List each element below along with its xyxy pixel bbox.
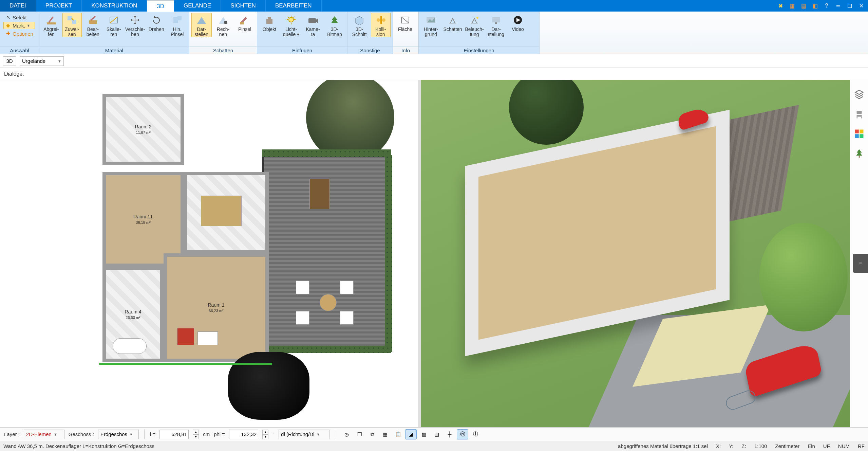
help-icon[interactable]: ? (822, 2, 831, 10)
tool4-icon[interactable]: ◧ (810, 2, 820, 10)
chair-icon[interactable] (852, 107, 866, 121)
svg-rect-30 (860, 130, 863, 133)
maximize-icon[interactable]: ☐ (845, 2, 854, 10)
tab-3d[interactable]: 3D (147, 0, 174, 12)
bush-icon (228, 352, 309, 420)
willow-3d (759, 223, 848, 331)
ribbon-kollision-button[interactable]: Kolli- sion (371, 13, 391, 37)
ribbon-btn-label: Dar- stellung (488, 27, 504, 37)
ribbon-group-sonstige: 3D- SchnittKolli- sion Sonstige (347, 12, 393, 54)
ribbon-btn-label: Hin. Pinsel (171, 27, 184, 37)
ribbon-btn-label: Beleuch- tung (465, 27, 484, 37)
ribbon-objekt-button[interactable]: Objekt (259, 13, 280, 32)
grid-icon[interactable]: ┼ (444, 429, 455, 439)
render-pane[interactable] (421, 80, 868, 427)
svg-point-20 (476, 17, 478, 19)
tab-projekt[interactable]: PROJEKT (36, 0, 82, 12)
svg-point-15 (377, 18, 380, 22)
ribbon-video-button[interactable]: Video (508, 13, 528, 32)
phi-spin[interactable]: ▲▼ (262, 430, 268, 439)
tab-gelaende[interactable]: GELÄNDE (174, 0, 221, 12)
layers-icon[interactable]: ❐ (354, 429, 365, 439)
ribbon-3dschnitt-button[interactable]: 3D- Schnitt (350, 13, 370, 37)
ribbon-hinpinsel-button[interactable]: Hin. Pinsel (168, 13, 187, 37)
layer-combo[interactable]: Urgelände▼ (20, 56, 64, 66)
ribbon-abgreifen-button[interactable]: Abgrei- fen (41, 13, 61, 37)
rail-handle[interactable]: ≡ (853, 254, 868, 273)
svg-rect-33 (858, 156, 860, 158)
view-3d-button[interactable]: 3D (3, 56, 16, 66)
ribbon-rechnen-button[interactable]: Rech- nen (213, 13, 233, 37)
ribbon-3dbitmap-button[interactable]: 3D- Bitmap (324, 13, 345, 37)
auswahl-optionen[interactable]: ✚Optionen (3, 30, 35, 37)
phi-label: phi = (214, 431, 225, 437)
ribbon-btn-label: Drehen (149, 27, 164, 32)
tab-sichten[interactable]: SICHTEN (221, 0, 266, 12)
room-2[interactable]: Raum 211,87 m² (102, 94, 184, 165)
flaeche-icon (398, 14, 412, 26)
tool2-icon[interactable]: ▦ (787, 2, 797, 10)
target-icon[interactable]: Ⓝ (457, 429, 468, 439)
abgreifen-icon (44, 14, 58, 26)
auswahl-selekt[interactable]: ↖Selekt (3, 14, 35, 21)
hinpinsel-icon (170, 14, 184, 26)
tab-bearbeiten[interactable]: BEARBEITEN (266, 0, 322, 12)
phi-unit: ° (272, 431, 275, 437)
geschoss-select[interactable]: Erdgeschos▼ (98, 430, 139, 439)
wrench-icon[interactable]: ✖ (776, 2, 785, 10)
ribbon-zuweisen-button[interactable]: Zuwei- sen (62, 13, 82, 37)
ribbon-hintergrund-button[interactable]: Hinter- grund (421, 13, 441, 37)
ribbon-verschieben-button[interactable]: Verschie- ben (125, 13, 145, 37)
tree-rail-icon[interactable] (852, 147, 866, 160)
ribbon-btn-label: Hinter- grund (424, 27, 438, 37)
ribbon-skalieren-button[interactable]: Skalie- ren (104, 13, 124, 37)
floorplan-pane[interactable]: Raum 211,87 m² Raum 1136,18 m² Raum 343,… (0, 80, 418, 427)
ribbon-edarstellung-button[interactable]: Dar- stellung (486, 13, 506, 37)
ribbon-btn-label: Verschie- ben (125, 27, 145, 37)
phi-input[interactable] (229, 430, 258, 439)
svg-rect-32 (860, 134, 863, 138)
layer-label: Layer : (4, 431, 20, 437)
room-11[interactable]: Raum 1136,18 m² (102, 172, 184, 267)
ribbon-flaeche-button[interactable]: Fläche (395, 13, 415, 32)
svg-rect-9 (266, 19, 272, 24)
slope-c-icon[interactable]: ▧ (431, 429, 442, 439)
tool3-icon[interactable]: ▤ (799, 2, 808, 10)
menu-bar: DATEI PROJEKT KONSTRUKTION 3D GELÄNDE SI… (0, 0, 868, 12)
l-spin[interactable]: ▲▼ (193, 430, 199, 439)
slope-b-icon[interactable]: ▨ (418, 429, 430, 439)
slope-a-icon[interactable]: ◢ (405, 429, 417, 439)
ribbon-drehen-button[interactable]: Drehen (147, 13, 166, 32)
3dbitmap-icon (328, 14, 341, 26)
tab-datei[interactable]: DATEI (0, 0, 36, 12)
floorplan[interactable]: Raum 211,87 m² Raum 1136,18 m² Raum 343,… (99, 94, 398, 376)
ribbon-kamera-button[interactable]: Kame- ra (303, 13, 323, 37)
group-icon[interactable]: ▦ (379, 429, 391, 439)
layers-icon[interactable] (852, 88, 866, 101)
auswahl-mark[interactable]: ◆Mark.▼ (3, 22, 35, 29)
ribbon-lichtquelle-button[interactable]: Licht- quelle ▾ (281, 13, 301, 37)
splitter[interactable] (418, 80, 421, 427)
ribbon-darstellen-button[interactable]: Dar- stellen (191, 13, 212, 37)
ribbon-eschatten-button[interactable]: Schatten (442, 13, 463, 32)
l-input[interactable] (159, 430, 189, 439)
render-3d[interactable] (421, 80, 868, 427)
ribbon-beleuchtung-button[interactable]: Beleuch- tung (464, 13, 485, 37)
dl-select[interactable]: dl (Richtung/Di▼ (279, 430, 329, 439)
ribbon-btn-label: Schatten (443, 27, 462, 32)
sofa (177, 328, 194, 345)
ribbon-bearbeiten-button[interactable]: Bear- beiten (83, 13, 103, 37)
palette-icon[interactable] (852, 127, 866, 141)
layer-select[interactable]: 2D-Elemen▼ (24, 430, 64, 439)
skalieren-icon (107, 14, 120, 26)
clock-icon[interactable]: ◷ (341, 429, 352, 439)
ribbon-pinsel-button[interactable]: Pinsel (234, 13, 255, 32)
close-icon[interactable]: ✕ (856, 2, 866, 10)
copy-icon[interactable]: ⧉ (366, 429, 378, 439)
info-icon[interactable]: ⓘ (470, 429, 481, 439)
zuweisen-icon (65, 14, 79, 26)
minimize-icon[interactable]: ━ (833, 2, 843, 10)
room-1[interactable]: Raum 166,23 m² (164, 253, 269, 362)
paste-icon[interactable]: 📋 (392, 429, 404, 439)
tab-konstruktion[interactable]: KONSTRUKTION (82, 0, 147, 12)
